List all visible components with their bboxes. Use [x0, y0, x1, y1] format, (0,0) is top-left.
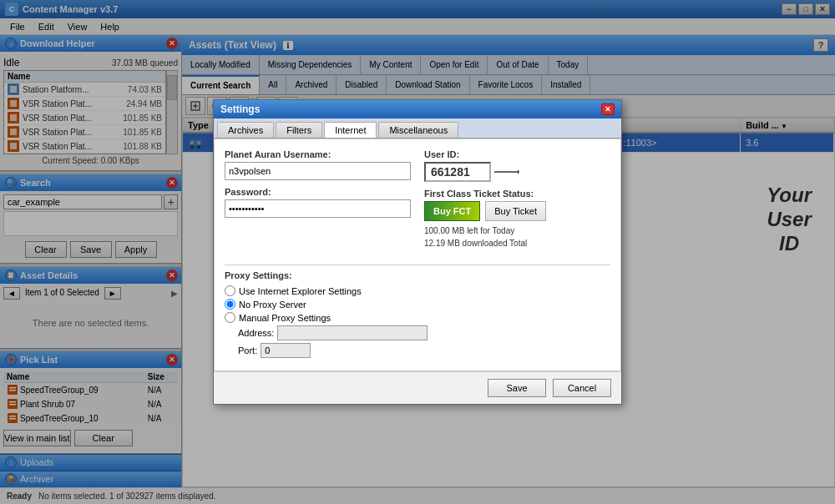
- proxy-port-input[interactable]: [261, 343, 311, 358]
- modal-left-col: Planet Auran Username: Password:: [225, 149, 411, 256]
- first-class-label: First Class Ticket Status:: [424, 189, 610, 199]
- modal-tabs: Archives Filters Internet Miscellaneous: [214, 118, 621, 139]
- proxy-ie-label: Use Internet Explorer Settings: [239, 286, 362, 296]
- proxy-option-manual: Manual Proxy Settings: [225, 312, 610, 323]
- proxy-manual-radio[interactable]: [225, 312, 235, 323]
- username-label: Planet Auran Username:: [225, 149, 411, 159]
- modal-title: Settings: [220, 103, 260, 115]
- proxy-ie-radio[interactable]: [225, 285, 235, 296]
- svg-marker-33: [518, 169, 519, 174]
- proxy-none-radio[interactable]: [225, 299, 235, 310]
- proxy-manual-label: Manual Proxy Settings: [239, 313, 331, 323]
- modal-tab-internet[interactable]: Internet: [324, 122, 377, 138]
- modal-overlay: Settings ✕ Archives Filters Internet Mis…: [0, 0, 835, 504]
- modal-credentials-section: Planet Auran Username: Password: User ID…: [225, 149, 610, 256]
- annotation-text: YourUserID: [767, 184, 812, 255]
- modal-tab-miscellaneous[interactable]: Miscellaneous: [378, 122, 458, 138]
- proxy-title: Proxy Settings:: [225, 270, 610, 280]
- password-input[interactable]: [225, 199, 411, 218]
- modal-cancel-button[interactable]: Cancel: [553, 379, 611, 397]
- modal-tab-archives[interactable]: Archives: [217, 122, 274, 138]
- proxy-option-none: No Proxy Server: [225, 299, 610, 310]
- modal-title-bar: Settings ✕: [214, 100, 621, 118]
- buy-fct-button[interactable]: Buy FCT: [424, 201, 480, 221]
- proxy-option-ie: Use Internet Explorer Settings: [225, 285, 610, 296]
- password-label: Password:: [225, 187, 411, 197]
- proxy-address-row: Address:: [225, 325, 610, 340]
- proxy-port-row: Port:: [225, 343, 610, 358]
- proxy-none-label: No Proxy Server: [239, 300, 306, 310]
- proxy-address-input[interactable]: [277, 325, 428, 340]
- settings-modal: Settings ✕ Archives Filters Internet Mis…: [213, 99, 622, 405]
- ticket-mb-total: 12.19 MB downloaded Total: [424, 237, 610, 249]
- proxy-port-label: Port:: [238, 345, 257, 355]
- modal-tab-filters[interactable]: Filters: [276, 122, 322, 138]
- modal-close-button[interactable]: ✕: [601, 103, 615, 115]
- modal-save-button[interactable]: Save: [488, 379, 546, 397]
- modal-right-col: User ID: 661281 First Class Ticket Statu…: [424, 149, 610, 256]
- proxy-section: Proxy Settings: Use Internet Explorer Se…: [225, 270, 610, 358]
- user-id-display: 661281: [424, 162, 491, 182]
- ticket-status-row: Buy FCT Buy Ticket: [424, 201, 610, 221]
- user-id-label: User ID:: [424, 149, 610, 159]
- buy-ticket-button[interactable]: Buy Ticket: [485, 201, 546, 221]
- ticket-info: 100.00 MB left for Today 12.19 MB downlo…: [424, 224, 610, 249]
- proxy-address-label: Address:: [238, 328, 274, 338]
- user-id-arrow-icon: [494, 166, 519, 178]
- modal-footer: Save Cancel: [214, 371, 621, 404]
- modal-body: Planet Auran Username: Password: User ID…: [214, 139, 621, 371]
- username-input[interactable]: [225, 162, 411, 180]
- ticket-mb-today: 100.00 MB left for Today: [424, 224, 610, 237]
